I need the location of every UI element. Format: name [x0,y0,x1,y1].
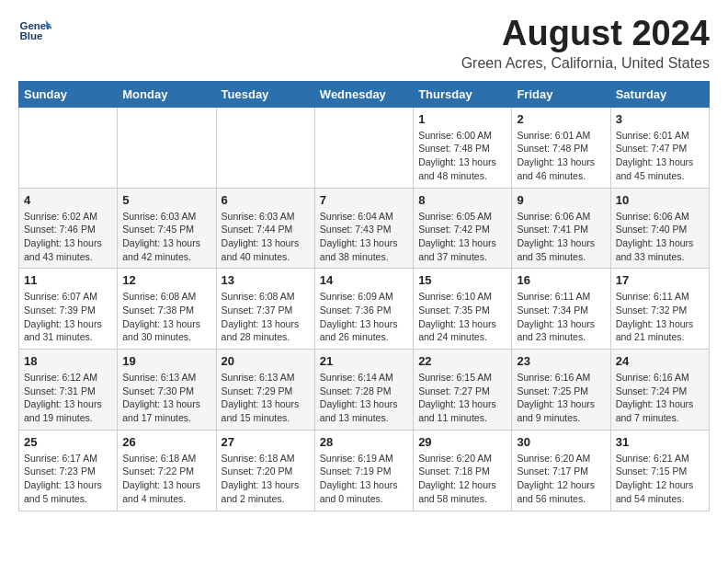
month-year-title: August 2024 [461,15,710,53]
calendar-cell-w5-d6: 30Sunrise: 6:20 AM Sunset: 7:17 PM Dayli… [512,430,610,511]
day-number: 3 [616,112,704,126]
calendar-cell-w2-d4: 7Sunrise: 6:04 AM Sunset: 7:43 PM Daylig… [314,188,413,269]
day-info: Sunrise: 6:05 AM Sunset: 7:42 PM Dayligh… [418,210,506,264]
title-section: August 2024 Green Acres, California, Uni… [461,15,710,72]
calendar-cell-w2-d6: 9Sunrise: 6:06 AM Sunset: 7:41 PM Daylig… [512,188,610,269]
day-info: Sunrise: 6:15 AM Sunset: 7:27 PM Dayligh… [418,371,506,425]
calendar-table: Sunday Monday Tuesday Wednesday Thursday… [18,81,710,511]
day-info: Sunrise: 6:03 AM Sunset: 7:44 PM Dayligh… [222,210,310,264]
calendar-week-4: 18Sunrise: 6:12 AM Sunset: 7:31 PM Dayli… [19,350,710,431]
calendar-cell-w4-d2: 19Sunrise: 6:13 AM Sunset: 7:30 PM Dayli… [118,350,216,431]
day-number: 30 [517,435,605,449]
day-info: Sunrise: 6:13 AM Sunset: 7:30 PM Dayligh… [122,371,210,425]
col-monday: Monday [118,81,216,107]
day-number: 21 [320,354,408,368]
calendar-cell-w3-d7: 17Sunrise: 6:11 AM Sunset: 7:32 PM Dayli… [610,269,709,350]
col-wednesday: Wednesday [314,81,413,107]
day-info: Sunrise: 6:09 AM Sunset: 7:36 PM Dayligh… [320,290,408,344]
calendar-cell-w5-d5: 29Sunrise: 6:20 AM Sunset: 7:18 PM Dayli… [414,430,512,511]
day-number: 1 [418,112,506,126]
day-info: Sunrise: 6:08 AM Sunset: 7:38 PM Dayligh… [122,290,210,344]
day-number: 4 [24,193,112,207]
day-info: Sunrise: 6:18 AM Sunset: 7:20 PM Dayligh… [222,452,310,506]
day-info: Sunrise: 6:13 AM Sunset: 7:29 PM Dayligh… [222,371,310,425]
day-number: 22 [418,354,506,368]
calendar-header-row: Sunday Monday Tuesday Wednesday Thursday… [19,81,710,107]
day-number: 6 [222,193,310,207]
day-info: Sunrise: 6:12 AM Sunset: 7:31 PM Dayligh… [24,371,112,425]
day-number: 28 [320,435,408,449]
day-info: Sunrise: 6:20 AM Sunset: 7:18 PM Dayligh… [418,452,506,506]
day-info: Sunrise: 6:01 AM Sunset: 7:47 PM Dayligh… [616,129,704,183]
day-info: Sunrise: 6:00 AM Sunset: 7:48 PM Dayligh… [418,129,506,183]
day-info: Sunrise: 6:16 AM Sunset: 7:24 PM Dayligh… [616,371,704,425]
day-info: Sunrise: 6:11 AM Sunset: 7:32 PM Dayligh… [616,290,704,344]
day-number: 17 [616,273,704,287]
day-info: Sunrise: 6:21 AM Sunset: 7:15 PM Dayligh… [616,452,704,506]
day-info: Sunrise: 6:10 AM Sunset: 7:35 PM Dayligh… [418,290,506,344]
calendar-cell-w4-d1: 18Sunrise: 6:12 AM Sunset: 7:31 PM Dayli… [19,350,118,431]
calendar-cell-w1-d2 [118,107,216,188]
calendar-cell-w5-d4: 28Sunrise: 6:19 AM Sunset: 7:19 PM Dayli… [314,430,413,511]
day-info: Sunrise: 6:14 AM Sunset: 7:28 PM Dayligh… [320,371,408,425]
calendar-cell-w4-d4: 21Sunrise: 6:14 AM Sunset: 7:28 PM Dayli… [314,350,413,431]
day-info: Sunrise: 6:17 AM Sunset: 7:23 PM Dayligh… [24,452,112,506]
calendar-cell-w1-d3 [216,107,314,188]
calendar-cell-w5-d1: 25Sunrise: 6:17 AM Sunset: 7:23 PM Dayli… [19,430,118,511]
col-friday: Friday [512,81,610,107]
location-subtitle: Green Acres, California, United States [461,55,710,72]
calendar-cell-w2-d1: 4Sunrise: 6:02 AM Sunset: 7:46 PM Daylig… [19,188,118,269]
day-number: 11 [24,273,112,287]
day-number: 27 [222,435,310,449]
calendar-cell-w1-d5: 1Sunrise: 6:00 AM Sunset: 7:48 PM Daylig… [414,107,512,188]
day-info: Sunrise: 6:07 AM Sunset: 7:39 PM Dayligh… [24,290,112,344]
day-info: Sunrise: 6:11 AM Sunset: 7:34 PM Dayligh… [517,290,605,344]
day-info: Sunrise: 6:04 AM Sunset: 7:43 PM Dayligh… [320,210,408,264]
calendar-cell-w5-d3: 27Sunrise: 6:18 AM Sunset: 7:20 PM Dayli… [216,430,314,511]
calendar-cell-w2-d3: 6Sunrise: 6:03 AM Sunset: 7:44 PM Daylig… [216,188,314,269]
calendar-cell-w4-d7: 24Sunrise: 6:16 AM Sunset: 7:24 PM Dayli… [610,350,709,431]
day-number: 18 [24,354,112,368]
day-info: Sunrise: 6:03 AM Sunset: 7:45 PM Dayligh… [122,210,210,264]
day-info: Sunrise: 6:19 AM Sunset: 7:19 PM Dayligh… [320,452,408,506]
col-tuesday: Tuesday [216,81,314,107]
day-number: 19 [122,354,210,368]
calendar-cell-w4-d3: 20Sunrise: 6:13 AM Sunset: 7:29 PM Dayli… [216,350,314,431]
col-saturday: Saturday [610,81,709,107]
day-number: 16 [517,273,605,287]
calendar-week-2: 4Sunrise: 6:02 AM Sunset: 7:46 PM Daylig… [19,188,710,269]
day-info: Sunrise: 6:16 AM Sunset: 7:25 PM Dayligh… [517,371,605,425]
calendar-cell-w2-d2: 5Sunrise: 6:03 AM Sunset: 7:45 PM Daylig… [118,188,216,269]
day-number: 29 [418,435,506,449]
calendar-week-5: 25Sunrise: 6:17 AM Sunset: 7:23 PM Dayli… [19,430,710,511]
day-number: 8 [418,193,506,207]
logo: General Blue [18,15,51,48]
calendar-cell-w5-d2: 26Sunrise: 6:18 AM Sunset: 7:22 PM Dayli… [118,430,216,511]
calendar-cell-w3-d6: 16Sunrise: 6:11 AM Sunset: 7:34 PM Dayli… [512,269,610,350]
day-number: 9 [517,193,605,207]
calendar-cell-w3-d1: 11Sunrise: 6:07 AM Sunset: 7:39 PM Dayli… [19,269,118,350]
day-number: 13 [222,273,310,287]
calendar-cell-w2-d7: 10Sunrise: 6:06 AM Sunset: 7:40 PM Dayli… [610,188,709,269]
calendar-cell-w3-d2: 12Sunrise: 6:08 AM Sunset: 7:38 PM Dayli… [118,269,216,350]
day-info: Sunrise: 6:02 AM Sunset: 7:46 PM Dayligh… [24,210,112,264]
day-info: Sunrise: 6:01 AM Sunset: 7:48 PM Dayligh… [517,129,605,183]
day-info: Sunrise: 6:06 AM Sunset: 7:41 PM Dayligh… [517,210,605,264]
day-number: 12 [122,273,210,287]
day-number: 20 [222,354,310,368]
calendar-cell-w2-d5: 8Sunrise: 6:05 AM Sunset: 7:42 PM Daylig… [414,188,512,269]
calendar-cell-w5-d7: 31Sunrise: 6:21 AM Sunset: 7:15 PM Dayli… [610,430,709,511]
day-number: 24 [616,354,704,368]
calendar-cell-w1-d6: 2Sunrise: 6:01 AM Sunset: 7:48 PM Daylig… [512,107,610,188]
day-number: 5 [122,193,210,207]
day-info: Sunrise: 6:06 AM Sunset: 7:40 PM Dayligh… [616,210,704,264]
day-info: Sunrise: 6:18 AM Sunset: 7:22 PM Dayligh… [122,452,210,506]
calendar-cell-w1-d4 [314,107,413,188]
page-header: General Blue August 2024 Green Acres, Ca… [18,15,710,72]
logo-icon: General Blue [18,15,51,48]
calendar-cell-w1-d1 [19,107,118,188]
day-number: 2 [517,112,605,126]
col-thursday: Thursday [414,81,512,107]
calendar-week-1: 1Sunrise: 6:00 AM Sunset: 7:48 PM Daylig… [19,107,710,188]
day-number: 25 [24,435,112,449]
